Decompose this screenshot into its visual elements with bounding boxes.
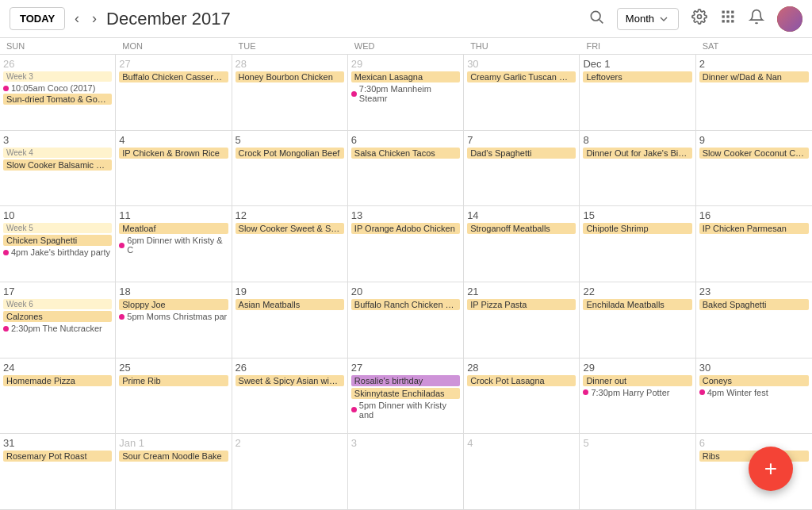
- calendar-event[interactable]: Mexican Lasagna: [351, 71, 460, 82]
- day-cell[interactable]: Dec 1Leftovers: [580, 55, 695, 130]
- day-cell[interactable]: 30Coneys4pm Winter fest: [696, 359, 812, 434]
- calendar-event[interactable]: Rosemary Pot Roast: [3, 451, 112, 462]
- day-cell[interactable]: 30Creamy Garlic Tuscan Chicke: [464, 55, 580, 130]
- calendar-event-dot[interactable]: 4pm Winter fest: [699, 388, 809, 397]
- day-cell[interactable]: 16IP Chicken Parmesan: [696, 206, 812, 282]
- calendar-event-dot[interactable]: 4pm Jake's birthday party: [3, 247, 112, 257]
- calendar-event-dot[interactable]: 2:30pm The Nutcracker: [3, 324, 112, 333]
- calendar-event[interactable]: Stroganoff Meatballs: [467, 223, 576, 234]
- calendar-event[interactable]: Sun-dried Tomato & Goat Che: [3, 94, 112, 105]
- day-cell[interactable]: 19Asian Meatballs: [232, 282, 348, 358]
- day-cell[interactable]: 22Enchilada Meatballs: [580, 282, 695, 358]
- day-cell[interactable]: 26Week 310:05am Coco (2017)Sun-dried Tom…: [0, 55, 116, 130]
- calendar-event[interactable]: Sour Cream Noodle Bake: [119, 451, 228, 462]
- calendar-event[interactable]: Slow Cooker Balsamic Chicke: [3, 159, 112, 171]
- calendar-event[interactable]: Chipotle Shrimp: [583, 223, 691, 234]
- calendar-event[interactable]: Salsa Chicken Tacos: [351, 148, 460, 159]
- calendar-event[interactable]: Honey Bourbon Chicken: [236, 71, 344, 82]
- day-cell[interactable]: 29Dinner out7:30pm Harry Potter: [580, 359, 695, 434]
- calendar-event[interactable]: Leftovers: [583, 71, 691, 82]
- calendar-event[interactable]: Meatloaf: [119, 223, 228, 234]
- calendar-event[interactable]: IP Orange Adobo Chicken: [351, 223, 460, 234]
- day-cell[interactable]: 5: [580, 434, 695, 509]
- calendar-event-dot[interactable]: 7:30pm Harry Potter: [583, 388, 691, 397]
- calendar-event[interactable]: Enchilada Meatballs: [583, 299, 691, 310]
- day-cell[interactable]: 12Slow Cooker Sweet & Sour M: [232, 206, 348, 282]
- settings-button[interactable]: [691, 9, 707, 29]
- day-cell[interactable]: 4IP Chicken & Brown Rice: [116, 131, 232, 206]
- day-cell[interactable]: 10Week 5Chicken Spaghetti4pm Jake's birt…: [0, 206, 116, 282]
- calendar-event[interactable]: Buffalo Ranch Chicken Stuffe: [351, 299, 460, 310]
- calendar-event[interactable]: Homemade Pizza: [3, 375, 112, 386]
- day-cell[interactable]: 31Rosemary Pot Roast: [0, 434, 116, 509]
- day-cell[interactable]: 21IP Pizza Pasta: [464, 282, 580, 358]
- calendar-event[interactable]: Skinnytaste Enchiladas: [351, 388, 460, 399]
- day-cell[interactable]: 18Sloppy Joe5pm Moms Christmas par: [116, 282, 232, 358]
- view-dropdown[interactable]: Month: [617, 8, 679, 30]
- day-cell[interactable]: 3: [348, 434, 464, 509]
- day-cell[interactable]: 7Dad's Spaghetti: [464, 131, 580, 206]
- calendar-event[interactable]: Dad's Spaghetti: [467, 148, 576, 159]
- next-button[interactable]: ›: [89, 7, 100, 30]
- calendar-event[interactable]: IP Pizza Pasta: [467, 299, 576, 310]
- day-cell[interactable]: 29Mexican Lasagna7:30pm Mannheim Steamr: [348, 55, 464, 130]
- day-cell[interactable]: 9Slow Cooker Coconut Curry C: [696, 131, 812, 206]
- day-cell[interactable]: 13IP Orange Adobo Chicken: [348, 206, 464, 282]
- dot-icon: [3, 86, 9, 91]
- calendar-event[interactable]: Creamy Garlic Tuscan Chicke: [467, 71, 576, 82]
- calendar-event[interactable]: Dinner w/Dad & Nan: [699, 71, 809, 82]
- day-cell[interactable]: 8Dinner Out for Jake's Birthday: [580, 131, 695, 206]
- calendar-event-dot[interactable]: 10:05am Coco (2017): [3, 83, 112, 93]
- day-cell[interactable]: 6Salsa Chicken Tacos: [348, 131, 464, 206]
- calendar-event-dot[interactable]: 7:30pm Mannheim Steamr: [351, 84, 460, 103]
- day-cell[interactable]: 23Baked Spaghetti: [696, 282, 812, 358]
- day-cell[interactable]: 2Dinner w/Dad & Nan: [696, 55, 812, 130]
- day-cell[interactable]: 26Sweet & Spicy Asian wings: [232, 359, 348, 434]
- day-cell[interactable]: 25Prime Rib: [116, 359, 232, 434]
- calendar-event[interactable]: Coneys: [699, 375, 809, 386]
- day-cell[interactable]: 15Chipotle Shrimp: [580, 206, 695, 282]
- day-cell[interactable]: Jan 1Sour Cream Noodle Bake: [116, 434, 232, 509]
- day-cell[interactable]: 4: [464, 434, 580, 509]
- calendar-event[interactable]: Buffalo Chicken Casserole: [119, 71, 228, 82]
- calendar-event[interactable]: IP Chicken & Brown Rice: [119, 148, 228, 159]
- day-cell[interactable]: 27Rosalie's birthdaySkinnytaste Enchilad…: [348, 359, 464, 434]
- calendar-event[interactable]: Sweet & Spicy Asian wings: [236, 375, 344, 386]
- day-cell[interactable]: 28Honey Bourbon Chicken: [232, 55, 348, 130]
- day-cell[interactable]: 11Meatloaf6pm Dinner with Kristy & C: [116, 206, 232, 282]
- today-button[interactable]: TODAY: [10, 7, 65, 30]
- avatar[interactable]: [777, 6, 802, 32]
- calendar-event[interactable]: Dinner Out for Jake's Birthday: [583, 148, 691, 159]
- day-cell[interactable]: 27Buffalo Chicken Casserole: [116, 55, 232, 130]
- search-button[interactable]: [588, 9, 604, 29]
- calendar-event[interactable]: Asian Meatballs: [236, 299, 344, 310]
- calendar-event-dot[interactable]: 6pm Dinner with Kristy & C: [119, 236, 228, 255]
- day-cell[interactable]: 3Week 4Slow Cooker Balsamic Chicke: [0, 131, 116, 206]
- day-cell[interactable]: 17Week 6Calzones2:30pm The Nutcracker: [0, 282, 116, 358]
- calendar-event[interactable]: Crock Pot Mongolian Beef: [236, 148, 344, 159]
- day-cell[interactable]: 24Homemade Pizza: [0, 359, 116, 434]
- day-cell[interactable]: 5Crock Pot Mongolian Beef: [232, 131, 348, 206]
- calendar-event[interactable]: Chicken Spaghetti: [3, 235, 112, 246]
- calendar-event-dot[interactable]: 5pm Moms Christmas par: [119, 312, 228, 321]
- day-cell[interactable]: 20Buffalo Ranch Chicken Stuffe: [348, 282, 464, 358]
- apps-button[interactable]: [720, 9, 736, 29]
- add-event-button[interactable]: +: [749, 447, 793, 491]
- calendar-event[interactable]: Calzones: [3, 311, 112, 322]
- prev-button[interactable]: ‹: [71, 7, 82, 30]
- calendar-event-dot[interactable]: 5pm Dinner with Kristy and: [351, 401, 460, 420]
- calendar-event[interactable]: Dinner out: [583, 375, 691, 386]
- week-row: 10Week 5Chicken Spaghetti4pm Jake's birt…: [0, 206, 812, 282]
- notifications-button[interactable]: [749, 9, 764, 29]
- day-cell[interactable]: 14Stroganoff Meatballs: [464, 206, 580, 282]
- calendar-event[interactable]: Sloppy Joe: [119, 299, 228, 310]
- calendar-event[interactable]: Slow Cooker Coconut Curry C: [699, 148, 809, 159]
- calendar-event[interactable]: Rosalie's birthday: [351, 375, 460, 386]
- calendar-event[interactable]: Baked Spaghetti: [699, 299, 809, 310]
- calendar-event[interactable]: Slow Cooker Sweet & Sour M: [236, 223, 344, 234]
- day-cell[interactable]: 28Crock Pot Lasagna: [464, 359, 580, 434]
- day-cell[interactable]: 2: [232, 434, 348, 509]
- calendar-event[interactable]: Crock Pot Lasagna: [467, 375, 576, 386]
- calendar-event[interactable]: Prime Rib: [119, 375, 228, 386]
- calendar-event[interactable]: IP Chicken Parmesan: [699, 223, 809, 234]
